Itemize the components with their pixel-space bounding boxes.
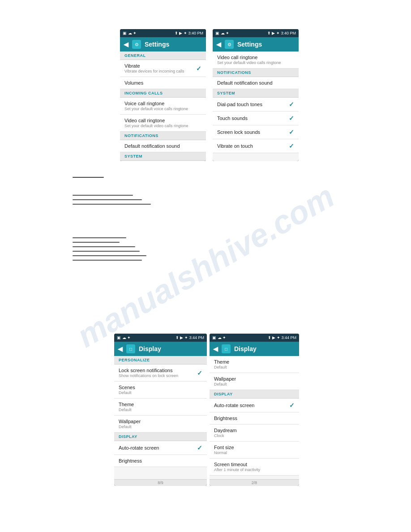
screen2-touch-check: ✓ [289,115,294,122]
screen4-status-bar: ▣ ☁ ✦ ⬆ ▶ ✦ 3:44 PM [210,334,299,342]
screen2-back-button[interactable]: ◀ [216,41,221,48]
screen3-wallpaper-subtitle: Default [119,425,202,429]
screen1-video-subtitle: Set your default video calls ringtone [124,124,201,128]
screen2-dialpad-title: Dial-pad touch tones [217,102,289,107]
screen4-screentimeout-title: Screen timeout [214,462,295,467]
screen3-autorotate-title: Auto-rotate screen [119,445,197,450]
screen3-item-wallpaper[interactable]: Wallpaper Default [114,416,207,433]
screen3-autorotate-check: ✓ [197,444,202,451]
screen4-item-fontsize[interactable]: Font size Normal [210,442,299,459]
screen1-notif-title: Default notification sound [124,143,201,149]
screen2-dialpad-check: ✓ [289,101,294,108]
screen2-item-video-ringtone[interactable]: Video call ringtone Set your default vid… [213,51,299,69]
screen4-item-autorotate[interactable]: Auto-rotate screen ✓ [210,399,299,412]
screen4-item-theme[interactable]: Theme Default [210,356,299,373]
screen2-screenlock-check: ✓ [289,129,294,136]
screen3-status-right: ⬆ ▶ ✦ 3:44 PM [176,335,204,340]
screen1-voice-subtitle: Set your default voice calls ringtone [124,107,201,111]
screen1-video-title: Video call ringtone [124,118,201,123]
screen4-screentimeout-subtitle: After 1 minute of inactivity [214,468,295,472]
screen3-app-bar: ◀ □ Display [114,342,207,356]
screen1-vibrate-title: Vibrate [124,63,196,69]
screen2-header-notifications: NOTIFICATIONS [213,69,299,77]
screen2-app-bar: ◀ ⚙ Settings [213,37,299,51]
screen4-status-left: ▣ ☁ ✦ [212,335,226,340]
screen4-settings-list: Theme Default Wallpaper Default DISPLAY … [210,356,299,479]
screen2-item-notif-sound[interactable]: Default notification sound [213,77,299,89]
screen2-item-touch-sounds[interactable]: Touch sounds ✓ [213,112,299,125]
screen1-title: Settings [145,41,169,48]
screen3-header-display: DISPLAY [114,433,207,441]
screen2-video-subtitle: Set your default video calls ringtone [217,60,294,65]
screen4-brightness-title: Brightness [214,416,295,421]
screen1-header-general: GENERAL [120,51,206,60]
screen3-theme-subtitle: Default [119,408,202,412]
screen4-item-daydream[interactable]: Daydream Clock [210,425,299,442]
screen2-vibrate-title: Vibrate on touch [217,143,289,149]
screen4-autorotate-check: ✓ [289,402,295,409]
screen2-notif-title: Default notification sound [217,80,294,86]
screen3-theme-title: Theme [119,402,202,407]
screen1-header-incoming: INCOMING CALLS [120,89,206,98]
screen1-header-notifications: NOTIFICATIONS [120,132,206,140]
screen4-app-bar: ◀ □ Display [210,342,299,356]
screen3-wallpaper-title: Wallpaper [119,419,202,424]
screen4-wallpaper-title: Wallpaper [214,376,295,382]
screen2-video-title: Video call ringtone [217,55,294,60]
screen1-header-system: SYSTEM [120,152,206,161]
screen2-item-dialpad[interactable]: Dial-pad touch tones ✓ [213,98,299,112]
screen3-settings-list: PERSONALIZE Lock screen notifications Sh… [114,356,207,479]
screen4-theme-title: Theme [214,359,295,365]
screen4-display-settings: ▣ ☁ ✦ ⬆ ▶ ✦ 3:44 PM ◀ □ Display Theme De… [210,334,299,486]
screen4-item-brightness[interactable]: Brightness [210,412,299,425]
screen1-back-button[interactable]: ◀ [124,41,128,48]
screen2-status-left: ▣ ☁ ✦ [215,31,229,35]
screen4-page-indicator: 2/8 [210,479,299,486]
screen2-status-right: ⬆ ▶ ✦ 3:40 PM [267,31,296,35]
screen1-volumes-title: Volumes [124,80,201,86]
screen3-display-icon: □ [126,344,135,353]
screen1-vibrate-check: ✓ [196,65,201,72]
screen4-back-button[interactable]: ◀ [213,345,218,352]
screen3-title: Display [139,345,161,352]
screen3-lockscreen-subtitle: Show notifications on lock screen [119,373,197,378]
screen1-item-volumes[interactable]: Volumes [120,77,206,89]
screen3-status-bar: ▣ ☁ ✦ ⬆ ▶ ✦ 3:44 PM [114,334,207,342]
screen4-title: Display [234,345,257,352]
screen1-status-bar: ▣ ☁ ✦ ⬆ ▶ ✦ 3:40 PM [120,29,206,37]
screen3-scenes-title: Scenes [119,385,202,390]
screen3-page-indicator: 8/9 [114,479,207,486]
screen3-item-lockscreen-notif[interactable]: Lock screen notifications Show notificat… [114,365,207,382]
screen3-lockscreen-check: ✓ [197,369,202,377]
screen1-item-notif-sound[interactable]: Default notification sound [120,140,206,152]
screen2-item-vibrate-touch[interactable]: Vibrate on touch ✓ [213,139,299,153]
screen1-item-vibrate[interactable]: Vibrate Vibrate devices for incoming cal… [120,60,206,77]
screen4-item-screentimeout[interactable]: Screen timeout After 1 minute of inactiv… [210,459,299,476]
screen2-header-system: SYSTEM [213,89,299,98]
screen4-autorotate-title: Auto-rotate screen [214,403,289,408]
screen3-item-theme[interactable]: Theme Default [114,399,207,416]
screen4-wallpaper-subtitle: Default [214,382,295,386]
text-group2 [73,195,151,207]
screen1-vibrate-subtitle: Vibrate devices for incoming calls [124,69,196,73]
screen2-status-bar: ▣ ☁ ✦ ⬆ ▶ ✦ 3:40 PM [213,29,299,37]
screen1-item-voice-ringtone[interactable]: Voice call ringtone Set your default voi… [120,98,206,115]
screen1-item-video-ringtone[interactable]: Video call ringtone Set your default vid… [120,115,206,132]
screen4-status-right: ⬆ ▶ ✦ 3:44 PM [268,335,296,340]
screen3-back-button[interactable]: ◀ [118,345,123,352]
screen4-item-wallpaper[interactable]: Wallpaper Default [210,373,299,390]
screen2-title: Settings [237,41,262,48]
screen3-item-scenes[interactable]: Scenes Default [114,382,207,399]
screen2-touch-title: Touch sounds [217,116,289,121]
screen3-item-autorotate[interactable]: Auto-rotate screen ✓ [114,441,207,455]
screen4-daydream-subtitle: Clock [214,433,295,438]
screen3-item-brightness[interactable]: Brightness [114,455,207,467]
screen2-settings-sound: ▣ ☁ ✦ ⬆ ▶ ✦ 3:40 PM ◀ ⚙ Settings Video c… [213,29,299,161]
screen1-status-left: ▣ ☁ ✦ [123,31,137,35]
screen2-settings-icon: ⚙ [225,40,234,49]
text-group1 [73,177,104,180]
screen3-header-personalize: PERSONALIZE [114,356,207,365]
screen2-screenlock-title: Screen lock sounds [217,129,289,135]
screen2-item-screen-lock[interactable]: Screen lock sounds ✓ [213,125,299,139]
screen1-settings-sound: ▣ ☁ ✦ ⬆ ▶ ✦ 3:40 PM ◀ ⚙ Settings GENERAL… [120,29,206,161]
